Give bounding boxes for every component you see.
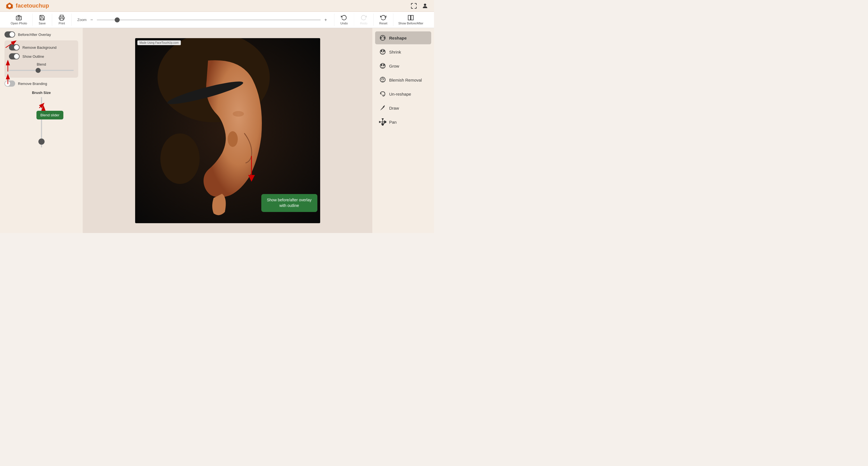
redo-icon <box>361 14 367 21</box>
pan-icon <box>379 118 386 126</box>
svg-point-27 <box>383 50 385 52</box>
remove-branding-toggle[interactable] <box>4 81 15 87</box>
svg-rect-6 <box>20 17 21 17</box>
svg-point-32 <box>381 79 382 80</box>
blend-tooltip: Blend slider <box>36 111 63 119</box>
zoom-label: Zoom <box>78 18 87 22</box>
left-panel: Before/After Overlay Remove Background S… <box>0 28 83 233</box>
tool-pan[interactable]: Pan <box>375 116 431 128</box>
blend-label: Blend <box>9 62 74 66</box>
undo-icon <box>341 14 347 21</box>
remove-branding-label: Remove Branding <box>18 82 47 86</box>
tool-grow[interactable]: Grow <box>375 59 431 72</box>
before-after-tooltip: Show before/after overlay with outline <box>261 194 317 212</box>
remove-branding-row: Remove Branding <box>4 81 78 87</box>
un-reshape-label: Un-reshape <box>389 92 411 96</box>
svg-point-23 <box>380 37 382 39</box>
draw-icon <box>379 104 386 112</box>
svg-point-18 <box>233 111 244 117</box>
right-panel: Reshape Shrink Grow <box>372 28 434 233</box>
grow-icon <box>379 62 386 69</box>
print-button[interactable]: Print <box>52 13 72 26</box>
camera-icon <box>16 14 22 21</box>
brush-size-slider[interactable] <box>38 138 44 145</box>
svg-point-5 <box>18 17 20 19</box>
before-after-overlay-row: Before/After Overlay <box>4 31 78 38</box>
blemish-removal-label: Blemish Removal <box>389 77 422 83</box>
svg-point-24 <box>384 37 385 39</box>
svg-rect-7 <box>60 18 63 20</box>
tool-draw[interactable]: Draw <box>375 101 431 115</box>
svg-point-3 <box>424 4 426 6</box>
undo-button[interactable]: Undo <box>334 13 354 26</box>
zoom-slider[interactable] <box>97 19 321 21</box>
toolbar: Open Photo Save Print Zoom − + Undo <box>0 12 434 28</box>
brush-size-track <box>41 97 42 148</box>
svg-point-25 <box>380 49 385 54</box>
blend-slider[interactable] <box>36 68 41 73</box>
fullscreen-icon[interactable] <box>410 2 417 9</box>
svg-point-34 <box>382 77 383 79</box>
zoom-minus-button[interactable]: − <box>89 17 94 23</box>
remove-background-label: Remove Background <box>23 45 56 50</box>
shrink-label: Shrink <box>389 50 401 54</box>
svg-point-2 <box>8 4 11 7</box>
photo-container: Made Using FaceTouchUp.com Show before/a… <box>135 38 320 223</box>
svg-point-26 <box>381 50 382 52</box>
redo-button[interactable]: Redo <box>354 13 373 26</box>
user-icon[interactable] <box>422 2 428 9</box>
logo-icon <box>6 2 13 10</box>
brush-size-slider-container <box>4 97 78 148</box>
canvas-area: Made Using FaceTouchUp.com Show before/a… <box>83 28 372 233</box>
un-reshape-icon <box>379 90 386 98</box>
blend-slider-container <box>9 68 74 73</box>
watermark: Made Using FaceTouchUp.com <box>137 40 181 45</box>
draw-label: Draw <box>389 106 399 111</box>
logo[interactable]: facetouchup <box>6 2 49 10</box>
tool-shrink[interactable]: Shrink <box>375 45 431 58</box>
brush-size-label: Brush Size <box>4 91 78 95</box>
zoom-thumb[interactable] <box>115 18 120 23</box>
grow-label: Grow <box>389 64 399 68</box>
open-photo-button[interactable]: Open Photo <box>6 13 33 26</box>
logo-text: facetouchup <box>16 2 49 9</box>
blend-track <box>9 70 74 71</box>
svg-rect-9 <box>411 15 413 20</box>
show-before-after-button[interactable]: Show Before/After <box>393 13 428 26</box>
shrink-icon <box>379 48 386 56</box>
svg-rect-8 <box>408 15 410 20</box>
svg-point-33 <box>383 79 384 80</box>
print-icon <box>59 14 65 21</box>
tool-blemish-removal[interactable]: Blemish Removal <box>375 73 431 86</box>
header: facetouchup <box>0 0 434 12</box>
tool-reshape[interactable]: Reshape <box>375 31 431 44</box>
show-outline-toggle[interactable] <box>9 53 20 59</box>
show-outline-label: Show Outline <box>23 54 44 59</box>
before-after-icon <box>408 14 414 21</box>
pan-label: Pan <box>389 120 397 124</box>
reset-icon <box>380 14 386 21</box>
before-after-overlay-toggle[interactable] <box>4 31 15 38</box>
blemish-removal-icon <box>379 76 386 84</box>
show-outline-row: Show Outline <box>9 53 74 59</box>
svg-point-28 <box>380 63 385 68</box>
reset-button[interactable]: Reset <box>373 13 393 26</box>
svg-point-30 <box>383 64 385 66</box>
svg-point-29 <box>381 64 382 66</box>
svg-point-21 <box>228 131 238 147</box>
save-icon <box>39 14 45 21</box>
overlay-options-panel: Remove Background Show Outline Blend <box>4 40 78 77</box>
before-after-overlay-label: Before/After Overlay <box>18 33 51 37</box>
svg-point-20 <box>160 133 199 184</box>
save-button[interactable]: Save <box>33 13 52 26</box>
reshape-icon <box>379 34 386 41</box>
header-right <box>410 2 428 9</box>
reshape-label: Reshape <box>389 36 407 40</box>
zoom-area: Zoom − + <box>72 17 334 23</box>
remove-background-row: Remove Background <box>9 44 74 51</box>
remove-background-toggle[interactable] <box>9 44 20 51</box>
toolbar-actions: Undo Redo Reset Show Before/After <box>334 13 428 26</box>
tool-un-reshape[interactable]: Un-reshape <box>375 88 431 100</box>
zoom-plus-button[interactable]: + <box>323 17 329 23</box>
main: Before/After Overlay Remove Background S… <box>0 28 434 233</box>
